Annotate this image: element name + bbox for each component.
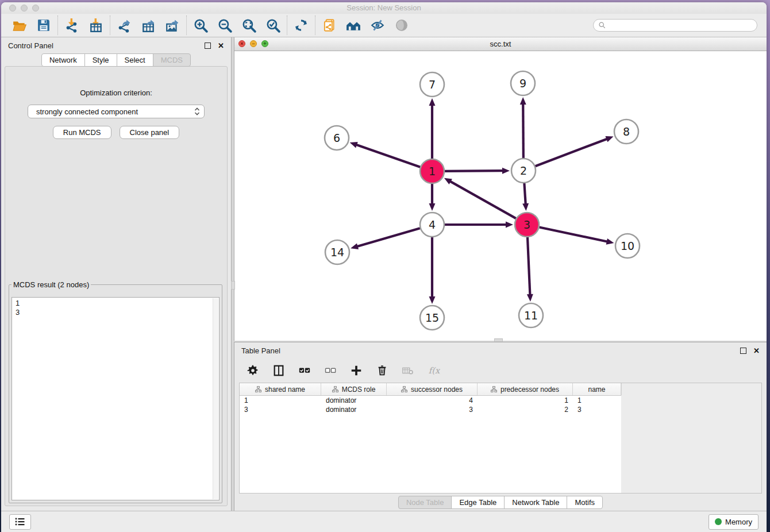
header-filler	[621, 383, 761, 395]
column-header-predecessor-nodes[interactable]: predecessor nodes	[478, 383, 573, 395]
show-graphics-details-button[interactable]	[394, 18, 409, 33]
table-panel-header: Table Panel ✕	[234, 342, 767, 358]
control-panel-title: Control Panel	[8, 41, 53, 50]
column-type-icon	[255, 386, 261, 392]
hide-graphics-details-icon	[370, 18, 385, 33]
import-table-button[interactable]	[88, 18, 103, 33]
tab-mcds[interactable]: MCDS	[153, 53, 191, 67]
column-header-MCDS-role[interactable]: MCDS role	[321, 383, 387, 395]
zoom-out-icon	[217, 18, 232, 33]
edge-1-2[interactable]	[445, 171, 503, 171]
edge-arrowhead	[605, 136, 613, 142]
float-table-panel-icon[interactable]	[740, 348, 746, 354]
network-view-title: scc.txt	[234, 40, 767, 48]
main-toolbar	[1, 14, 767, 37]
export-network-button[interactable]	[117, 18, 132, 33]
dropdown-stepper-icon	[194, 107, 201, 116]
edge-3-1[interactable]	[449, 181, 515, 218]
select-all-columns-button[interactable]	[298, 364, 311, 377]
search-box[interactable]	[593, 19, 757, 32]
table-tabs: Node TableEdge TableNetwork TableMotifs	[234, 494, 767, 511]
import-network-button[interactable]	[64, 18, 79, 33]
splitter-handle[interactable]	[494, 338, 503, 342]
zoom-selected-button[interactable]	[265, 18, 280, 33]
automation-panel-button[interactable]	[9, 514, 31, 530]
right-column: × − + scc.txt 7968124314101511 Table Pan…	[234, 37, 767, 511]
save-session-button[interactable]	[36, 18, 51, 33]
tab-motifs[interactable]: Motifs	[567, 496, 603, 509]
column-header-shared-name[interactable]: shared name	[240, 383, 321, 395]
close-panel-icon[interactable]: ✕	[218, 42, 224, 49]
node-label-1: 1	[429, 165, 436, 178]
maximize-view-button[interactable]: +	[261, 40, 268, 47]
network-window-titlebar[interactable]: × − + scc.txt	[234, 37, 767, 51]
search-input[interactable]	[606, 21, 752, 30]
open-file-button[interactable]	[12, 18, 27, 33]
result-scrollbar[interactable]	[213, 298, 218, 499]
node-label-9: 9	[519, 77, 526, 90]
tab-select[interactable]: Select	[117, 53, 153, 67]
column-type-icon	[491, 386, 497, 392]
function-builder-button: f(x)	[427, 364, 441, 377]
node-label-4: 4	[429, 218, 436, 231]
column-header-successor-nodes[interactable]: successor nodes	[387, 383, 478, 395]
table-settings-button[interactable]	[246, 364, 260, 377]
refresh-layout-button[interactable]	[294, 18, 309, 33]
edge-2-8[interactable]	[536, 138, 608, 166]
minimize-view-button[interactable]: −	[250, 40, 257, 47]
delete-column-button[interactable]	[375, 364, 389, 377]
hide-graphics-details-button[interactable]	[370, 18, 385, 33]
open-file-icon	[12, 18, 27, 33]
edge-4-14[interactable]	[357, 228, 420, 246]
node-table: shared nameMCDS rolesuccessor nodesprede…	[239, 383, 762, 494]
create-column-button[interactable]	[349, 364, 363, 377]
export-table-button[interactable]	[141, 18, 156, 33]
zoom-in-icon	[193, 18, 208, 33]
tab-network[interactable]: Network	[41, 53, 85, 67]
edge-2-9[interactable]	[523, 103, 523, 158]
edge-2-3[interactable]	[524, 183, 525, 205]
network-graph[interactable]: 7968124314101511	[234, 51, 767, 340]
close-table-panel-icon[interactable]: ✕	[753, 347, 760, 354]
splitter-handle[interactable]	[231, 281, 235, 290]
edge-3-10[interactable]	[540, 228, 608, 242]
close-view-button[interactable]: ×	[238, 40, 245, 47]
run-mcds-button[interactable]: Run MCDS	[53, 126, 111, 139]
export-network-icon	[117, 18, 132, 33]
column-header-name[interactable]: name	[573, 383, 621, 395]
edge-arrowhead	[522, 203, 529, 211]
tab-network-table[interactable]: Network Table	[504, 496, 567, 509]
deselect-all-columns-icon	[324, 364, 337, 377]
zoom-in-button[interactable]	[193, 18, 208, 33]
tab-style[interactable]: Style	[84, 53, 117, 67]
node-label-3: 3	[523, 218, 530, 231]
tab-node-table[interactable]: Node Table	[398, 496, 452, 509]
clone-network-button[interactable]	[322, 18, 337, 33]
network-overview-button[interactable]	[346, 18, 361, 33]
edge-arrowhead	[351, 243, 359, 249]
table-empty-area	[621, 395, 761, 493]
mcds-result-fieldset: MCDS result (2 nodes) 13	[9, 280, 222, 503]
node-label-10: 10	[621, 240, 634, 252]
deselect-all-columns-button[interactable]	[324, 364, 337, 377]
criterion-dropdown[interactable]: strongly connected component	[28, 105, 205, 118]
zoom-fit-icon	[241, 18, 256, 33]
table-panel: Table Panel ✕ f(x) shared nameMCDS roles…	[234, 342, 767, 511]
column-type-icon	[401, 386, 407, 392]
control-panel-header: Control Panel ✕	[1, 37, 231, 53]
function-builder-icon: f(x)	[428, 364, 440, 377]
tab-edge-table[interactable]: Edge Table	[451, 496, 505, 509]
zoom-out-button[interactable]	[217, 18, 232, 33]
edge-1-6[interactable]	[356, 145, 420, 167]
result-lines: 13	[16, 299, 215, 317]
table-cell: 3	[387, 405, 478, 414]
zoom-fit-button[interactable]	[241, 18, 256, 33]
export-image-button[interactable]	[165, 18, 180, 33]
close-panel-button[interactable]: Close panel	[120, 126, 180, 139]
show-columns-button[interactable]	[272, 364, 286, 377]
network-canvas[interactable]: 7968124314101511	[234, 51, 767, 341]
float-panel-icon[interactable]	[205, 43, 211, 49]
memory-button[interactable]: Memory	[709, 514, 759, 530]
edge-3-11[interactable]	[528, 237, 530, 295]
mcds-result-list[interactable]: 13	[11, 297, 220, 500]
